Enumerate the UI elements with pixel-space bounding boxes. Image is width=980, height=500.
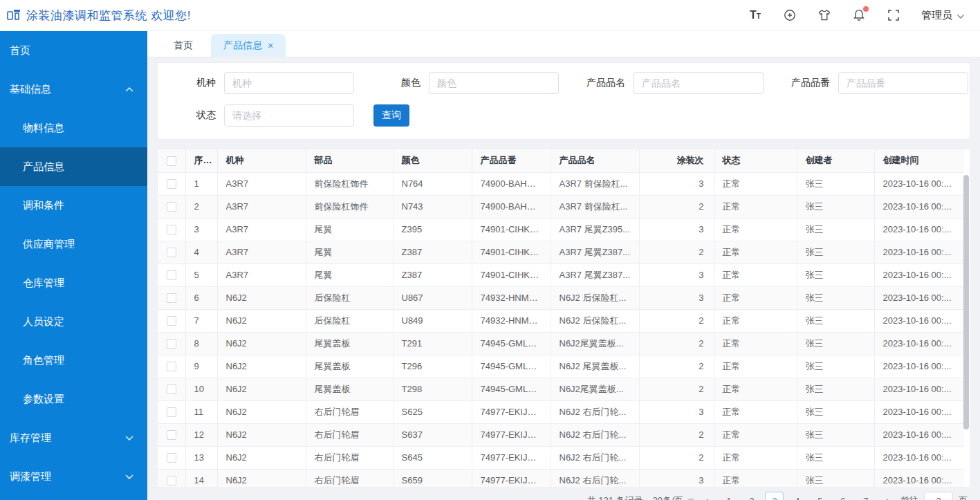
cell-coat_count: 3 xyxy=(639,263,714,286)
row-checkbox[interactable] xyxy=(167,453,176,463)
cell-creator: 张三 xyxy=(797,309,874,332)
page-number-6[interactable]: 6 xyxy=(833,492,852,500)
sidebar-item-4[interactable]: 调和条件 xyxy=(0,186,147,225)
table-row[interactable]: 2A3R7前保险杠饰件N74374900-BAHG00...A3R7 前保险杠.… xyxy=(158,195,964,218)
page-number-3[interactable]: 3 xyxy=(765,492,784,500)
goto-page-input[interactable] xyxy=(924,492,953,500)
sidebar-item-1[interactable]: 基础信息 xyxy=(0,70,147,109)
cell-status: 正常 xyxy=(714,378,797,400)
cell-checkbox[interactable] xyxy=(158,263,185,286)
row-checkbox[interactable] xyxy=(167,293,176,303)
language-icon[interactable] xyxy=(783,8,797,22)
table-body: 1A3R7前保险杠饰件N76474900-BAHG00...A3R7 前保险杠.… xyxy=(158,172,964,488)
row-checkbox[interactable] xyxy=(167,225,176,234)
page-number-4[interactable]: 4 xyxy=(788,492,806,500)
cell-checkbox[interactable] xyxy=(158,218,185,241)
filter-field-input[interactable] xyxy=(838,72,968,94)
sidebar-item-11[interactable]: 调漆管理 xyxy=(0,457,147,496)
cell-creator: 张三 xyxy=(797,446,874,469)
user-menu[interactable]: 管理员 xyxy=(921,9,965,22)
filter-field-input[interactable] xyxy=(224,104,354,127)
sidebar-item-0[interactable]: 首页 xyxy=(0,31,147,70)
page-number-1[interactable]: 1 xyxy=(719,492,738,500)
cell-checkbox[interactable] xyxy=(158,446,185,469)
cell-part: 尾翼盖板 xyxy=(306,355,393,378)
cell-part: 右后门轮眉 xyxy=(306,446,393,469)
page-number-2[interactable]: 2 xyxy=(742,492,761,500)
row-checkbox[interactable] xyxy=(167,270,176,280)
cell-model: N6J2 xyxy=(217,469,306,488)
prev-page-button[interactable]: ‹ xyxy=(704,495,710,500)
cell-checkbox[interactable] xyxy=(158,355,185,378)
cell-model: A3R7 xyxy=(217,218,306,241)
theme-icon[interactable] xyxy=(817,8,831,22)
filter-field-input[interactable] xyxy=(429,72,559,94)
sidebar-item-5[interactable]: 供应商管理 xyxy=(0,225,147,263)
row-checkbox[interactable] xyxy=(167,362,176,371)
sidebar-item-9[interactable]: 参数设置 xyxy=(0,380,147,418)
sidebar-item-2[interactable]: 物料信息 xyxy=(0,109,147,147)
row-checkbox[interactable] xyxy=(167,430,176,440)
table-row[interactable]: 1A3R7前保险杠饰件N76474900-BAHG00...A3R7 前保险杠.… xyxy=(158,172,964,195)
row-checkbox[interactable] xyxy=(167,316,176,326)
row-checkbox[interactable] xyxy=(167,179,176,189)
cell-created_at: 2023-10-16 00:... xyxy=(874,286,964,309)
table-row[interactable]: 13N6J2右后门轮眉S64574977-EKIJM0...N6J2 右后门轮.… xyxy=(158,446,964,469)
row-checkbox[interactable] xyxy=(167,202,176,212)
tab-1[interactable]: 产品信息 × xyxy=(211,34,286,57)
tab-0[interactable]: 首页 xyxy=(161,34,205,57)
sidebar-item-7[interactable]: 人员设定 xyxy=(0,302,147,341)
table-row[interactable]: 8N6J2尾翼盖板T29174945-GMLO0...N6J2尾翼盖板...2正… xyxy=(158,332,964,355)
table-row[interactable]: 9N6J2尾翼盖板T29674945-GMLO0...N6J2 尾翼盖板...2… xyxy=(158,355,964,378)
table-row[interactable]: 6N6J2后保险杠U86774932-HNMP0...N6J2 后保险杠...3… xyxy=(158,286,964,309)
row-checkbox[interactable] xyxy=(167,248,176,257)
column-header-checkbox[interactable] xyxy=(158,149,185,172)
cell-checkbox[interactable] xyxy=(158,423,185,446)
cell-checkbox[interactable] xyxy=(158,400,185,423)
page-number-5[interactable]: 5 xyxy=(811,492,829,500)
table-row[interactable]: 12N6J2右后门轮眉S63774977-EKIJM0...N6J2 右后门轮.… xyxy=(158,423,964,446)
cell-checkbox[interactable] xyxy=(158,332,185,355)
page-number-7[interactable]: 7 xyxy=(856,492,875,500)
row-checkbox[interactable] xyxy=(167,385,176,394)
cell-checkbox[interactable] xyxy=(158,469,185,488)
cell-product_name: A3R7 尾翼Z387... xyxy=(551,241,639,263)
cell-creator: 张三 xyxy=(797,469,874,488)
table-row[interactable]: 10N6J2尾翼盖板T29874945-GMLO0...N6J2尾翼盖板...2… xyxy=(158,378,964,400)
sidebar-item-6[interactable]: 仓库管理 xyxy=(0,263,147,302)
table-row[interactable]: 4A3R7尾翼Z38774901-CIHK00...A3R7 尾翼Z387...… xyxy=(158,241,964,263)
cell-checkbox[interactable] xyxy=(158,195,185,218)
cell-color: S659 xyxy=(393,469,472,488)
sidebar-item-8[interactable]: 角色管理 xyxy=(0,341,147,380)
filter-field-input[interactable] xyxy=(634,72,764,94)
scrollbar-thumb[interactable] xyxy=(963,175,969,429)
cell-checkbox[interactable] xyxy=(158,378,185,400)
cell-checkbox[interactable] xyxy=(158,286,185,309)
select-all-checkbox[interactable] xyxy=(167,156,176,166)
row-checkbox[interactable] xyxy=(167,476,176,485)
sidebar-item-3[interactable]: 产品信息 xyxy=(0,147,147,186)
tab-close-icon[interactable]: × xyxy=(268,41,273,50)
table-scrollbar[interactable] xyxy=(963,174,969,485)
cell-checkbox[interactable] xyxy=(158,309,185,332)
sidebar-item-10[interactable]: 库存管理 xyxy=(0,418,147,457)
search-button[interactable]: 查询 xyxy=(373,104,409,127)
table-row[interactable]: 14N6J2右后门轮眉S65974977-EKIJM0...N6J2 右后门轮.… xyxy=(158,469,964,488)
filter-field-input[interactable] xyxy=(224,72,354,94)
page-size-select[interactable]: 20条/页 xyxy=(653,494,694,500)
table-row[interactable]: 5A3R7尾翼Z38774901-CIHK00...A3R7 尾翼Z387...… xyxy=(158,263,964,286)
fullscreen-icon[interactable] xyxy=(887,8,900,22)
cell-checkbox[interactable] xyxy=(158,241,185,263)
table-row[interactable]: 3A3R7尾翼Z39574901-CIHK00...A3R7 尾翼Z395...… xyxy=(158,218,964,241)
table-row[interactable]: 7N6J2后保险杠U84974932-HNMP0...N6J2 后保险杠...2… xyxy=(158,309,964,332)
text-size-icon[interactable]: TT xyxy=(748,8,762,22)
cell-product_name: N6J2尾翼盖板... xyxy=(551,332,639,355)
sidebar-item-label: 调漆管理 xyxy=(10,470,51,483)
cell-checkbox[interactable] xyxy=(158,172,185,195)
page-content: 机种 颜色 产品品名 产品品番 状态 查询 序号机种部品颜色产品品番产品品名涂装… xyxy=(147,57,980,500)
next-page-button[interactable]: › xyxy=(885,495,891,500)
row-checkbox[interactable] xyxy=(167,407,176,417)
row-checkbox[interactable] xyxy=(167,339,176,349)
bell-icon[interactable] xyxy=(852,8,866,22)
table-row[interactable]: 11N6J2右后门轮眉S62574977-EKIJM0...N6J2 右后门轮.… xyxy=(158,400,964,423)
